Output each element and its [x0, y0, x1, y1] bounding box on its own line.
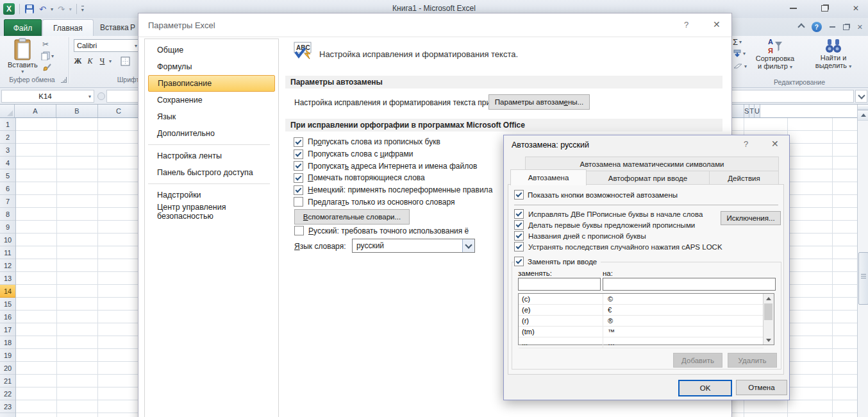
row-header[interactable]: 24: [0, 413, 15, 417]
row-header[interactable]: 17: [0, 323, 15, 336]
select-all-corner[interactable]: [0, 105, 15, 117]
delete-button[interactable]: Удалить: [728, 353, 777, 368]
workbook-close-icon[interactable]: ✕: [857, 23, 863, 31]
row-header[interactable]: 3: [0, 144, 15, 157]
checkbox[interactable]: [514, 231, 524, 241]
workbook-restore-icon[interactable]: [843, 24, 849, 30]
grid-body[interactable]: 123456789101112131415161718192021222324: [0, 118, 139, 417]
sidebar-item[interactable]: Настройка ленты: [148, 148, 275, 164]
scroll-up-button[interactable]: [858, 110, 868, 121]
row-header[interactable]: 13: [0, 272, 15, 285]
close-icon[interactable]: ✕: [771, 139, 779, 149]
row-header[interactable]: 5: [0, 169, 15, 182]
sidebar-item[interactable]: Формулы: [148, 58, 275, 75]
fill-button[interactable]: ▾: [733, 49, 746, 58]
scroll-up-button[interactable]: [764, 294, 774, 303]
spelling-option[interactable]: Помечать повторяющиеся слова: [294, 172, 492, 184]
checkbox[interactable]: [294, 185, 303, 195]
row-header[interactable]: 21: [0, 375, 15, 387]
format-painter-button[interactable]: [42, 63, 51, 72]
sidebar-item[interactable]: Надстройки: [148, 187, 275, 203]
insert-function-icon[interactable]: [97, 92, 105, 100]
scrollbar-thumb[interactable]: [858, 252, 868, 305]
tab-autocorrect[interactable]: Автозамена: [510, 169, 587, 185]
autocorrect-options-button[interactable]: Параметры автозамены...: [488, 94, 590, 110]
russian-strict-yo-option[interactable]: Русский: требовать точного использования…: [294, 226, 469, 235]
sidebar-item[interactable]: Сохранение: [148, 92, 275, 108]
row-header[interactable]: 9: [0, 221, 15, 234]
vertical-scrollbar[interactable]: [857, 105, 868, 417]
autocorrect-option[interactable]: Устранять последствия случайного нажатия…: [514, 241, 722, 252]
find-select-button[interactable]: Найти и выделить ▾: [806, 37, 860, 69]
replacement-row[interactable]: ... …: [519, 337, 764, 348]
checkbox[interactable]: [514, 190, 524, 200]
column-header-partial[interactable]: [731, 105, 744, 117]
row-header[interactable]: 19: [0, 349, 15, 362]
qat-customize-icon[interactable]: ▾: [81, 6, 84, 13]
cells[interactable]: [16, 118, 139, 417]
row-header[interactable]: 16: [0, 311, 15, 323]
checkbox[interactable]: [294, 137, 303, 147]
replacement-row[interactable]: (r) ®: [519, 316, 764, 327]
column-header[interactable]: B: [56, 105, 98, 117]
minimize-icon[interactable]: [790, 8, 797, 9]
replace-while-typing-option[interactable]: Заменять при вводе: [514, 257, 601, 266]
column-header[interactable]: S: [744, 105, 749, 117]
chevron-down-icon[interactable]: ▾: [109, 58, 112, 64]
row-header[interactable]: 8: [0, 208, 15, 221]
checkbox[interactable]: [514, 220, 524, 230]
tab-autoformat[interactable]: Автоформат при вводе: [585, 171, 710, 185]
row-header[interactable]: 2: [0, 131, 15, 144]
italic-button[interactable]: К: [85, 56, 96, 66]
spelling-option[interactable]: Пропускать адреса Интернета и имена файл…: [294, 160, 492, 172]
row-header[interactable]: 20: [0, 362, 15, 375]
replacement-row[interactable]: (e) €: [519, 305, 764, 316]
font-name-combo[interactable]: Calibri ▾: [74, 39, 140, 52]
chevron-down-icon[interactable]: ▾: [51, 6, 53, 12]
show-autocorrect-buttons-option[interactable]: Показать кнопки возможностей автозамены: [514, 190, 678, 200]
close-icon[interactable]: ✕: [853, 4, 859, 12]
redo-icon[interactable]: ↷: [58, 5, 65, 13]
undo-icon[interactable]: ↶: [39, 5, 46, 13]
scroll-down-button[interactable]: [764, 336, 774, 345]
collapse-ribbon-icon[interactable]: [797, 23, 805, 30]
column-header[interactable]: A: [15, 105, 56, 117]
spelling-option[interactable]: Предлагать только из основного словаря: [294, 196, 492, 208]
clipboard-dialog-launcher-icon[interactable]: [61, 77, 67, 83]
expand-formula-bar-button[interactable]: [855, 90, 867, 103]
row-header[interactable]: 15: [0, 298, 15, 311]
row-header[interactable]: 6: [0, 182, 15, 195]
spelling-option[interactable]: Немецкий: применять послереформенные пра…: [294, 184, 492, 196]
workbook-minimize-icon[interactable]: [830, 26, 835, 28]
replacement-row[interactable]: (c) ©: [519, 294, 764, 305]
replace-input[interactable]: [518, 278, 601, 291]
sidebar-item[interactable]: Дополнительно: [148, 125, 275, 142]
clear-button[interactable]: ▾: [733, 62, 747, 70]
chevron-down-icon[interactable]: ▾: [88, 94, 91, 99]
autocorrect-option[interactable]: Названия дней с прописной буквы: [514, 230, 722, 241]
ok-button[interactable]: OK: [678, 380, 732, 396]
autosum-button[interactable]: Σ ▾: [733, 37, 742, 47]
checkbox[interactable]: [294, 197, 303, 207]
sidebar-item[interactable]: Панель быстрого доступа: [148, 164, 275, 181]
row-header[interactable]: 12: [0, 259, 15, 272]
checkbox[interactable]: [294, 161, 303, 171]
close-icon[interactable]: ✕: [713, 19, 721, 30]
bold-button[interactable]: Ж: [72, 56, 83, 66]
restore-icon[interactable]: [821, 5, 828, 12]
row-header[interactable]: 18: [0, 336, 15, 349]
tab-file[interactable]: Файл: [4, 19, 42, 37]
chevron-down-icon[interactable]: ▾: [69, 6, 72, 12]
excel-app-icon[interactable]: X: [3, 3, 15, 15]
save-icon[interactable]: [24, 4, 35, 14]
with-input[interactable]: [603, 278, 776, 291]
row-header[interactable]: 4: [0, 157, 15, 169]
row-header[interactable]: 22: [0, 387, 15, 400]
split-handle[interactable]: [858, 105, 868, 110]
help-icon[interactable]: ?: [684, 20, 689, 30]
row-header[interactable]: 14: [0, 285, 15, 298]
borders-icon[interactable]: [121, 56, 130, 66]
scrollbar-thumb[interactable]: [764, 303, 772, 320]
table-scrollbar[interactable]: [763, 294, 774, 345]
checkbox[interactable]: [514, 242, 524, 251]
